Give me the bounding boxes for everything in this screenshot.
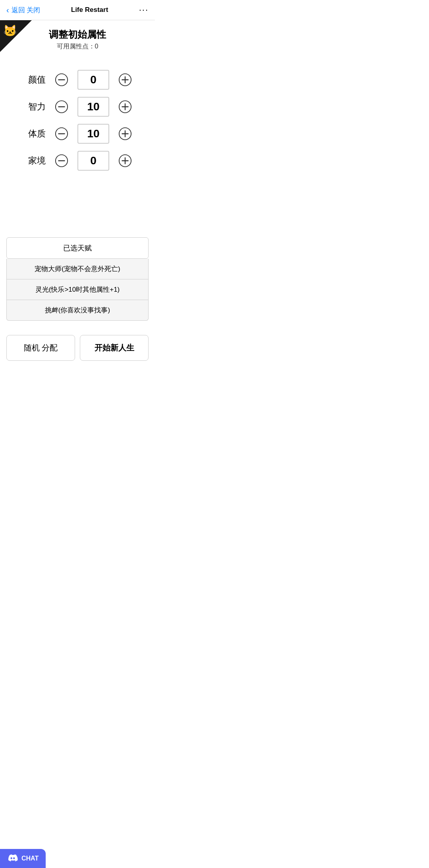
attr-label-constitution: 体质 <box>22 128 46 140</box>
talents-section: 已选天赋 宠物大师(宠物不会意外死亡) 灵光(快乐>10时其他属性+1) 挑衅(… <box>0 237 155 321</box>
attr-value-looks: 0 <box>77 70 109 90</box>
cat-icon: 🐱 <box>3 24 17 37</box>
random-assign-button[interactable]: 随机 分配 <box>6 335 75 361</box>
attr-decrement-constitution[interactable] <box>54 126 70 142</box>
back-close-label: 返回 关闭 <box>12 6 41 15</box>
chevron-left-icon: ‹ <box>6 6 9 15</box>
attr-increment-intelligence[interactable] <box>117 99 133 115</box>
nav-back-button[interactable]: ‹ 返回 关闭 <box>6 6 40 15</box>
main-content: 🐱 调整初始属性 可用属性点：0 颜值 0 <box>0 20 155 367</box>
attr-label-looks: 颜值 <box>22 74 46 86</box>
page-wrapper: ‹ 返回 关闭 Life Restart ··· 🐱 调整初始属性 可用属性点：… <box>0 0 155 367</box>
attr-row-constitution: 体质 10 <box>16 124 139 144</box>
attr-row-intelligence: 智力 10 <box>16 97 139 117</box>
attr-row-family: 家境 0 <box>16 151 139 171</box>
more-button[interactable]: ··· <box>139 5 149 15</box>
attributes-section: 颜值 0 智力 <box>0 59 155 182</box>
attr-label-intelligence: 智力 <box>22 101 46 113</box>
talent-item-2[interactable]: 挑衅(你喜欢没事找事) <box>6 300 149 321</box>
attr-increment-looks[interactable] <box>117 72 133 88</box>
attr-increment-constitution[interactable] <box>117 126 133 142</box>
talents-header[interactable]: 已选天赋 <box>6 237 149 259</box>
attr-decrement-intelligence[interactable] <box>54 99 70 115</box>
attr-increment-family[interactable] <box>117 153 133 169</box>
content-spacer <box>0 182 155 229</box>
attr-decrement-looks[interactable] <box>54 72 70 88</box>
nav-bar: ‹ 返回 关闭 Life Restart ··· <box>0 0 155 20</box>
start-new-life-button[interactable]: 开始新人生 <box>80 335 149 361</box>
bottom-buttons: 随机 分配 开始新人生 <box>0 329 155 367</box>
attr-value-family: 0 <box>77 151 109 171</box>
talent-item-0[interactable]: 宠物大师(宠物不会意外死亡) <box>6 259 149 279</box>
attr-value-intelligence: 10 <box>77 97 109 117</box>
points-value: 0 <box>95 43 99 50</box>
points-prefix: 可用属性点： <box>57 43 95 50</box>
nav-title: Life Restart <box>71 6 108 14</box>
attr-value-constitution: 10 <box>77 124 109 144</box>
attr-label-family: 家境 <box>22 155 46 167</box>
attr-row-looks: 颜值 0 <box>16 70 139 90</box>
attr-decrement-family[interactable] <box>54 153 70 169</box>
talent-item-1[interactable]: 灵光(快乐>10时其他属性+1) <box>6 279 149 300</box>
